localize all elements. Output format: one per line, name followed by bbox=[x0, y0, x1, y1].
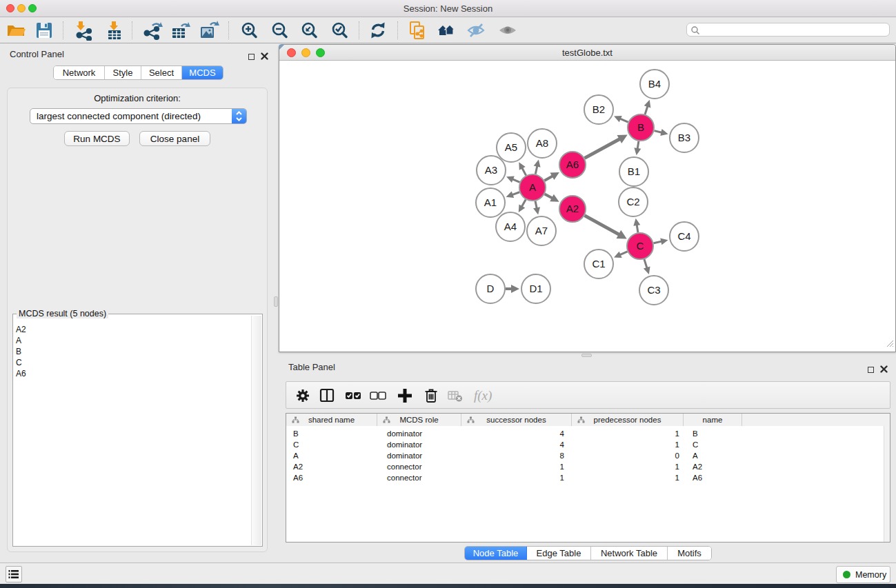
tab-select[interactable]: Select bbox=[141, 66, 182, 79]
edge-A2-C[interactable] bbox=[585, 216, 619, 235]
vertical-split-handle[interactable] bbox=[274, 296, 278, 307]
import-table-icon[interactable] bbox=[104, 20, 125, 41]
mcds-result-item[interactable]: B bbox=[16, 346, 26, 357]
zoom-in-icon[interactable] bbox=[239, 20, 259, 41]
graph-node-label: B4 bbox=[648, 78, 661, 90]
close-window-button[interactable] bbox=[6, 4, 14, 12]
tab-mcds[interactable]: MCDS bbox=[182, 66, 223, 79]
edge-A-A4[interactable] bbox=[521, 199, 526, 206]
split-expand-icon[interactable] bbox=[279, 45, 284, 50]
edge-B-B1[interactable] bbox=[637, 141, 639, 149]
float-table-panel-icon[interactable] bbox=[868, 367, 874, 373]
table-header[interactable]: shared nameMCDS rolesuccessor nodesprede… bbox=[286, 414, 890, 426]
run-mcds-button[interactable]: Run MCDS bbox=[64, 131, 130, 146]
edge-A-A8[interactable] bbox=[535, 166, 537, 174]
edge-A-A7[interactable] bbox=[535, 201, 537, 209]
graph-node-label: C3 bbox=[647, 284, 660, 296]
table-row[interactable]: Cdominator41C bbox=[286, 440, 890, 451]
split-table-icon[interactable] bbox=[317, 387, 337, 405]
delete-column-icon[interactable] bbox=[421, 387, 441, 405]
edge-A-A3[interactable] bbox=[512, 179, 520, 182]
edge-A-A1[interactable] bbox=[512, 192, 520, 195]
select-all-columns-icon[interactable] bbox=[344, 387, 363, 405]
close-panel-button[interactable]: Close panel bbox=[139, 131, 210, 146]
edge-C-C2[interactable] bbox=[637, 225, 638, 232]
network-zoom-button[interactable] bbox=[316, 48, 325, 57]
edge-A-A6[interactable] bbox=[544, 176, 552, 181]
float-panel-icon[interactable] bbox=[248, 54, 255, 60]
tab-network[interactable]: Network bbox=[54, 66, 105, 79]
close-panel-icon[interactable] bbox=[261, 50, 268, 63]
add-column-icon[interactable] bbox=[395, 387, 415, 405]
column-header-MCDS-role[interactable]: MCDS role bbox=[377, 414, 461, 426]
edge-C-C4[interactable] bbox=[654, 241, 662, 243]
mcds-result-item[interactable]: A2 bbox=[16, 324, 26, 335]
memory-button[interactable]: Memory bbox=[836, 566, 890, 583]
deselect-all-columns-icon[interactable] bbox=[368, 387, 388, 405]
column-header-predecessor-nodes[interactable]: predecessor nodes bbox=[572, 414, 684, 426]
table-settings-icon[interactable] bbox=[293, 387, 312, 405]
tab-edge-table[interactable]: Edge Table bbox=[527, 547, 591, 560]
show-graphics-details-icon[interactable] bbox=[497, 20, 518, 41]
table-row[interactable]: A6connector11A6 bbox=[286, 473, 890, 484]
horizontal-split-handle[interactable] bbox=[581, 354, 592, 357]
tab-network-table[interactable]: Network Table bbox=[591, 547, 668, 560]
column-header-successor-nodes[interactable]: successor nodes bbox=[461, 414, 572, 426]
table-row[interactable]: Adominator80A bbox=[286, 451, 890, 462]
edge-C-C1[interactable] bbox=[620, 252, 628, 255]
task-history-button[interactable] bbox=[6, 566, 22, 582]
save-session-icon[interactable] bbox=[34, 20, 54, 41]
toolbar-separator bbox=[359, 21, 359, 39]
network-window-titlebar[interactable]: testGlobe.txt bbox=[279, 45, 895, 61]
graph-node-label: C2 bbox=[626, 196, 639, 207]
cell-predecessor-nodes: 0 bbox=[675, 452, 679, 460]
table-row[interactable]: A2connector11A2 bbox=[286, 462, 890, 473]
edge-A6-B[interactable] bbox=[585, 139, 620, 159]
column-header-name[interactable]: name bbox=[684, 414, 742, 426]
table-panel-tabs: Node TableEdge TableNetwork TableMotifs bbox=[464, 546, 712, 560]
network-graph-canvas[interactable]: AA1A2A3A4A5A6A7A8BB1B2B3B4CC1C2C3C4DD1 bbox=[279, 61, 895, 352]
mcds-result-item[interactable]: A6 bbox=[16, 368, 26, 379]
refresh-icon[interactable] bbox=[368, 20, 388, 41]
delete-table-icon[interactable] bbox=[446, 387, 466, 405]
cell-predecessor-nodes: 1 bbox=[675, 463, 679, 471]
mcds-result-item[interactable]: C bbox=[16, 357, 26, 368]
cell-name: B bbox=[693, 429, 698, 438]
result-scrollbar[interactable] bbox=[251, 316, 261, 545]
edge-C-C3[interactable] bbox=[644, 259, 647, 268]
network-minimize-button[interactable] bbox=[301, 48, 310, 57]
edge-B-B3[interactable] bbox=[654, 131, 661, 133]
edge-A-A2[interactable] bbox=[545, 194, 552, 198]
zoom-fit-icon[interactable] bbox=[299, 20, 319, 41]
open-folder-icon[interactable] bbox=[6, 20, 26, 41]
zoom-window-button[interactable] bbox=[28, 4, 37, 12]
export-image-icon[interactable] bbox=[199, 20, 219, 41]
close-table-panel-icon[interactable] bbox=[880, 363, 888, 376]
zoom-selected-icon[interactable] bbox=[329, 20, 350, 41]
export-network-icon[interactable] bbox=[143, 20, 163, 41]
edge-B-B2[interactable] bbox=[620, 119, 628, 122]
hide-graphics-details-icon[interactable] bbox=[466, 20, 486, 41]
network-close-button[interactable] bbox=[287, 48, 296, 57]
optimization-criterion-select[interactable]: largest connected component (directed) bbox=[30, 108, 247, 124]
tab-motifs[interactable]: Motifs bbox=[668, 547, 711, 560]
column-header-shared-name[interactable]: shared name bbox=[286, 414, 377, 426]
table-row[interactable]: Bdominator41B bbox=[286, 429, 890, 440]
minimize-window-button[interactable] bbox=[17, 4, 26, 12]
clone-network-icon[interactable] bbox=[407, 20, 428, 41]
zoom-out-icon[interactable] bbox=[269, 20, 290, 41]
home-layout-icon[interactable] bbox=[436, 20, 457, 41]
tab-node-table[interactable]: Node Table bbox=[465, 547, 527, 560]
graph-node-label: A2 bbox=[566, 203, 579, 214]
edge-A-A5[interactable] bbox=[522, 168, 526, 176]
edge-B-B4[interactable] bbox=[645, 106, 648, 114]
export-table-icon[interactable] bbox=[170, 20, 190, 41]
resize-grip-icon[interactable] bbox=[884, 338, 894, 350]
search-input[interactable] bbox=[686, 23, 890, 37]
function-builder-icon[interactable]: f(x) bbox=[472, 387, 501, 405]
tab-style[interactable]: Style bbox=[105, 66, 141, 79]
table-scrollbar[interactable] bbox=[884, 426, 890, 542]
import-network-icon[interactable] bbox=[73, 20, 94, 41]
mcds-result-list[interactable]: A2ABCA6 bbox=[16, 324, 26, 379]
mcds-result-item[interactable]: A bbox=[16, 335, 26, 346]
